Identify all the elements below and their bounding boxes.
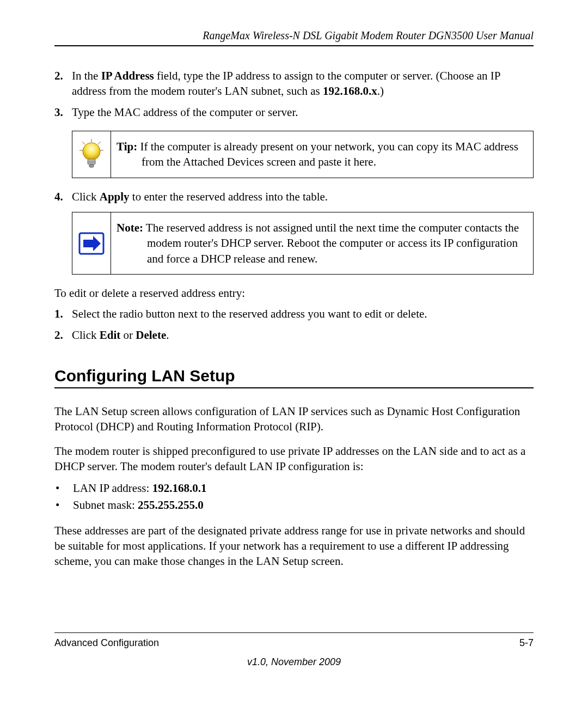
note-icon-cell: [72, 212, 111, 274]
svg-rect-6: [88, 159, 95, 165]
edit-intro: To edit or delete a reserved address ent…: [54, 285, 534, 301]
section-rule: [54, 387, 534, 388]
lan-para-1: The LAN Setup screen allows configuratio…: [54, 404, 534, 435]
button-name-apply: Apply: [100, 190, 130, 203]
svg-point-5: [83, 143, 100, 160]
running-header: RangeMax Wireless-N DSL Gigabit Modem Ro…: [54, 29, 534, 42]
text: or: [120, 328, 136, 342]
step-body: Select the radio button next to the rese…: [72, 306, 534, 321]
note-text: Note: The reserved address is not assign…: [111, 212, 533, 274]
footer-rule: [54, 632, 534, 633]
text: Subnet mask:: [73, 498, 138, 512]
lan-defaults-list: • LAN IP address: 192.168.0.1 • Subnet m…: [54, 480, 534, 514]
list-item: • LAN IP address: 192.168.0.1: [54, 480, 534, 497]
text: .: [166, 328, 169, 342]
step-body: Click Edit or Delete.: [72, 327, 534, 343]
tip-text: Tip: If the computer is already present …: [111, 131, 533, 178]
page: RangeMax Wireless-N DSL Gigabit Modem Ro…: [0, 0, 588, 706]
text: Click: [72, 190, 100, 203]
tip-label: Tip:: [117, 140, 137, 153]
note-label: Note:: [117, 221, 143, 234]
bullet-icon: •: [54, 497, 73, 514]
subnet-mask-value: 255.255.255.0: [138, 498, 204, 512]
step-body: Click Apply to enter the reserved addres…: [72, 189, 534, 204]
lan-ip-value: 192.168.0.1: [152, 482, 207, 495]
footer-version: v1.0, November 2009: [54, 656, 534, 668]
step-2: 2. In the IP Address field, type the IP …: [54, 68, 534, 99]
list-item: • Subnet mask: 255.255.255.0: [54, 497, 534, 514]
svg-line-2: [98, 142, 101, 144]
text: .): [377, 84, 384, 98]
step-number: 1.: [54, 306, 72, 321]
note-body: The reserved address is not assigned unt…: [143, 221, 519, 265]
bullet-icon: •: [54, 480, 73, 497]
edit-step-2: 2. Click Edit or Delete.: [54, 327, 534, 343]
step-4: 4. Click Apply to enter the reserved add…: [54, 189, 534, 204]
step-number: 2.: [54, 327, 72, 343]
footer-page-number: 5-7: [519, 637, 534, 649]
button-name-edit: Edit: [100, 328, 121, 342]
step-body: In the IP Address field, type the IP add…: [72, 68, 534, 99]
ip-example: 192.168.0.x: [323, 84, 377, 98]
button-name-delete: Delete: [136, 328, 166, 342]
page-footer: Advanced Configuration 5-7 v1.0, Novembe…: [54, 632, 534, 668]
step-number: 4.: [54, 189, 72, 204]
list-body: LAN IP address: 192.168.0.1: [73, 480, 206, 497]
tip-callout: Tip: If the computer is already present …: [72, 131, 534, 178]
steps-list-a: 2. In the IP Address field, type the IP …: [54, 68, 534, 120]
tip-body: If the computer is already present on yo…: [137, 140, 518, 168]
text: Click: [72, 328, 100, 342]
edit-step-1: 1. Select the radio button next to the r…: [54, 306, 534, 321]
step-body: Type the MAC address of the computer or …: [72, 105, 534, 120]
text: LAN IP address:: [73, 482, 152, 495]
text: to enter the reserved address into the t…: [130, 190, 328, 203]
note-callout: Note: The reserved address is not assign…: [72, 212, 534, 275]
step-number: 2.: [54, 68, 72, 83]
steps-list-a-cont: 4. Click Apply to enter the reserved add…: [54, 189, 534, 204]
step-number: 3.: [54, 105, 72, 120]
arrow-right-icon: [78, 232, 105, 255]
tip-icon-cell: [72, 131, 111, 178]
header-rule: [54, 45, 534, 46]
svg-rect-9: [89, 165, 94, 167]
lan-para-2: The modem router is shipped preconfigure…: [54, 443, 534, 474]
text: In the: [72, 69, 101, 82]
lightbulb-icon: [78, 138, 105, 170]
lan-para-3: These addresses are part of the designat…: [54, 523, 534, 569]
field-name: IP Address: [101, 69, 154, 82]
section-heading: Configuring LAN Setup: [54, 367, 534, 385]
list-body: Subnet mask: 255.255.255.0: [73, 497, 204, 514]
step-3: 3. Type the MAC address of the computer …: [54, 105, 534, 120]
steps-list-b: 1. Select the radio button next to the r…: [54, 306, 534, 343]
footer-chapter: Advanced Configuration: [54, 637, 159, 649]
svg-line-1: [82, 142, 85, 144]
